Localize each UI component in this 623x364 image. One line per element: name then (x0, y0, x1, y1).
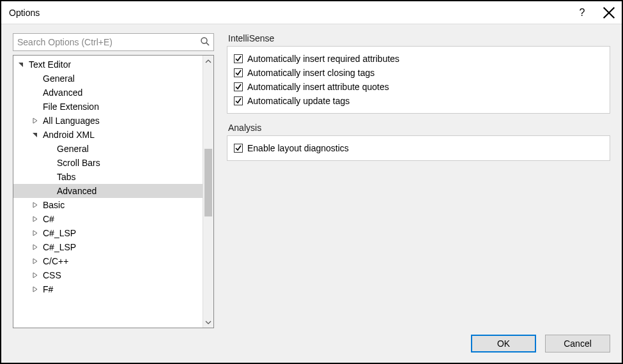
expander-collapsed-icon[interactable] (31, 215, 39, 223)
tree-item[interactable]: Android XML (13, 128, 203, 142)
expander-collapsed-icon[interactable] (31, 243, 39, 251)
expander-collapsed-icon[interactable] (31, 285, 39, 293)
tree-item[interactable]: General (13, 72, 203, 86)
tree-item[interactable]: Scroll Bars (13, 156, 203, 170)
tree-item[interactable]: F# (13, 282, 203, 296)
checkbox-row: Enable layout diagnostics (234, 141, 603, 155)
checkbox-label: Automatically insert attribute quotes (247, 82, 389, 92)
help-button[interactable]: ? (576, 6, 588, 19)
checkbox[interactable] (234, 68, 243, 77)
ok-button[interactable]: OK (471, 335, 536, 353)
tree-item-label: F# (42, 284, 53, 294)
checkbox[interactable] (234, 96, 243, 105)
tree-item-label: CSS (42, 270, 61, 280)
tree-item-label: All Languages (42, 116, 100, 126)
tree-item-label: Text Editor (27, 59, 71, 70)
expander-none (31, 75, 39, 82)
tree-item-label: C# (42, 214, 54, 224)
checkbox-row: Automatically update tags (234, 94, 603, 108)
options-dialog: Options ? Text EditorGeneralAdvancedFile… (0, 0, 623, 364)
tree-item[interactable]: Advanced (13, 86, 203, 100)
expander-none (31, 89, 39, 96)
window-controls: ? (576, 6, 615, 19)
tree-item-label: C/C++ (42, 256, 68, 266)
expander-collapsed-icon[interactable] (31, 201, 39, 209)
checkbox[interactable] (234, 144, 243, 153)
expander-collapsed-icon[interactable] (31, 257, 39, 265)
checkbox-label: Automatically insert closing tags (247, 68, 374, 78)
search-wrap (13, 33, 214, 51)
group-title: Analysis (227, 123, 610, 133)
tree-item-label: C#_LSP (42, 228, 76, 238)
expander-expanded-icon[interactable] (17, 61, 25, 68)
tree-item[interactable]: Advanced (13, 184, 203, 198)
tree-item[interactable]: CSS (13, 268, 203, 282)
tree-item-label: Tabs (56, 172, 76, 182)
tree-view[interactable]: Text EditorGeneralAdvancedFile Extension… (13, 55, 214, 328)
checkbox-row: Automatically insert closing tags (234, 66, 603, 80)
tree-item-label: General (42, 73, 75, 84)
tree-item[interactable]: General (13, 142, 203, 156)
checkbox[interactable] (234, 82, 243, 91)
tree-item-label: General (56, 144, 89, 154)
tree-item[interactable]: C/C++ (13, 254, 203, 268)
tree-item-label: C#_LSP (42, 242, 76, 252)
close-button[interactable] (603, 6, 615, 19)
expander-none (45, 159, 53, 167)
checkbox[interactable] (234, 54, 243, 63)
scrollbar[interactable] (203, 56, 213, 328)
chevron-down-icon (205, 319, 212, 326)
tree-item-label: Advanced (42, 87, 82, 98)
expander-none (45, 145, 53, 153)
expander-collapsed-icon[interactable] (31, 229, 39, 237)
dialog-body: Text EditorGeneralAdvancedFile Extension… (1, 24, 622, 335)
settings-group: IntelliSenseAutomatically insert require… (227, 33, 610, 114)
expander-expanded-icon[interactable] (31, 131, 39, 139)
tree-item[interactable]: Text Editor (13, 57, 203, 72)
window-title: Options (9, 8, 40, 18)
scroll-track[interactable] (203, 66, 213, 317)
tree-item-label: Advanced (56, 186, 96, 196)
cancel-button[interactable]: Cancel (545, 335, 610, 353)
tree-item-label: Basic (42, 200, 65, 210)
group-box: Automatically insert required attributes… (227, 46, 610, 114)
checkbox-row: Automatically insert attribute quotes (234, 80, 603, 94)
group-box: Enable layout diagnostics (227, 135, 610, 161)
tree-item[interactable]: All Languages (13, 114, 203, 128)
expander-none (45, 187, 53, 195)
settings-pane: IntelliSenseAutomatically insert require… (227, 33, 610, 328)
left-pane: Text EditorGeneralAdvancedFile Extension… (13, 33, 214, 328)
expander-collapsed-icon[interactable] (31, 271, 39, 279)
checkbox-row: Automatically insert required attributes (234, 52, 603, 66)
close-icon (603, 6, 615, 19)
tree-item[interactable]: Basic (13, 198, 203, 212)
tree-item[interactable]: File Extension (13, 100, 203, 114)
chevron-up-icon (205, 58, 212, 64)
titlebar: Options ? (1, 1, 622, 24)
expander-collapsed-icon[interactable] (31, 117, 39, 125)
checkbox-label: Automatically insert required attributes (247, 54, 399, 64)
checkbox-label: Enable layout diagnostics (247, 143, 349, 153)
settings-group: AnalysisEnable layout diagnostics (227, 123, 610, 161)
scroll-down-button[interactable] (203, 317, 213, 328)
scroll-thumb[interactable] (204, 149, 212, 216)
checkbox-label: Automatically update tags (247, 96, 350, 106)
tree-item-label: Scroll Bars (56, 158, 100, 168)
tree-item-label: File Extension (42, 102, 99, 112)
scroll-up-button[interactable] (203, 56, 213, 66)
search-input[interactable] (13, 33, 214, 51)
tree-item-label: Android XML (42, 130, 95, 140)
expander-none (45, 173, 53, 181)
dialog-footer: OK Cancel (1, 335, 622, 363)
group-title: IntelliSense (227, 33, 610, 43)
tree-item[interactable]: Tabs (13, 170, 203, 184)
expander-none (31, 103, 39, 110)
tree-item[interactable]: C# (13, 212, 203, 226)
tree-item[interactable]: C#_LSP (13, 240, 203, 254)
tree-item[interactable]: C#_LSP (13, 226, 203, 240)
